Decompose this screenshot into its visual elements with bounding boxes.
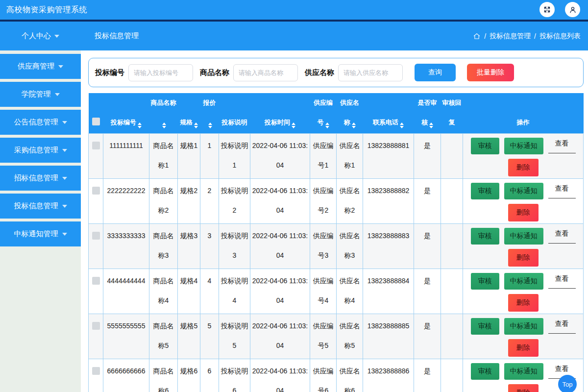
win-notice-button[interactable]: 中标通知 [504, 363, 543, 380]
cell-phone: 13823888886 [363, 359, 414, 392]
delete-button[interactable]: 删除 [508, 384, 539, 392]
view-link[interactable]: 查看 [548, 274, 576, 289]
column-header: 投标说明 [219, 93, 250, 134]
supplier-name-input[interactable] [338, 64, 403, 81]
delete-button[interactable]: 删除 [508, 249, 539, 267]
breadcrumb-item[interactable]: 投标信息管理 [490, 32, 531, 41]
cell-supplier-no: 供应编号3 [310, 224, 337, 269]
delete-button[interactable]: 删除 [508, 204, 539, 221]
column-header[interactable]: 供应名称 [337, 93, 363, 134]
breadcrumb-item[interactable]: 投标信息列表 [539, 32, 581, 41]
row-checkbox[interactable] [92, 322, 100, 330]
cell-supplier-no: 供应编号6 [310, 359, 337, 392]
sidebar-item[interactable]: 中标通知管理 [0, 221, 81, 246]
column-header[interactable]: 商品名称 [149, 93, 178, 134]
sort-icon[interactable] [400, 122, 404, 128]
column-header[interactable]: 供应编号 [310, 93, 337, 134]
cell-audited: 是 [414, 359, 441, 392]
column-header[interactable]: 投标时间 [250, 93, 310, 134]
view-link[interactable]: 查看 [548, 184, 576, 198]
view-link[interactable]: 查看 [548, 229, 576, 244]
cell-time: 2022-04-06 11:03:04 [250, 224, 310, 269]
sort-icon[interactable] [138, 122, 142, 128]
sort-icon[interactable] [162, 122, 166, 128]
audit-button[interactable]: 审核 [471, 138, 499, 154]
cell-bid-no: 3333333333 [103, 224, 149, 269]
sidebar-item[interactable]: 招标信息管理 [0, 166, 81, 191]
delete-button[interactable]: 删除 [508, 339, 539, 357]
select-all-checkbox[interactable] [92, 118, 100, 125]
user-center-menu[interactable]: 个人中心 [0, 31, 81, 41]
sort-icon[interactable] [429, 122, 433, 128]
topbar: 高校物资采购管理系统 [0, 0, 588, 22]
audit-button[interactable]: 审核 [471, 183, 499, 199]
win-notice-button[interactable]: 中标通知 [504, 228, 543, 245]
user-avatar-button[interactable] [565, 2, 580, 17]
cell-bid-no: 2222222222 [103, 179, 149, 224]
cell-spec: 规格2 [178, 179, 200, 224]
search-button[interactable]: 查询 [415, 64, 456, 81]
filter-supplier-name: 供应名称 [305, 64, 403, 81]
cell-product: 商品名称5 [149, 314, 178, 359]
back-to-top-button[interactable]: Top [558, 375, 577, 392]
delete-button[interactable]: 删除 [508, 159, 539, 176]
product-name-input[interactable] [233, 64, 298, 81]
cell-supplier-no: 供应编号2 [310, 179, 337, 224]
sidebar-item[interactable]: 供应商管理 [0, 54, 81, 79]
win-notice-button[interactable]: 中标通知 [504, 318, 543, 335]
cell-supplier-no: 供应编号4 [310, 269, 337, 314]
actions-group: 审核中标通知查看删除 [464, 271, 582, 312]
audit-button[interactable]: 审核 [471, 363, 499, 380]
bid-no-input[interactable] [128, 64, 193, 81]
actions-cell: 审核中标通知查看删除 [463, 179, 584, 224]
home-icon[interactable] [473, 32, 481, 40]
sort-icon[interactable] [194, 122, 198, 128]
view-link[interactable]: 查看 [548, 319, 576, 334]
column-header-label: 联系电话 [373, 119, 398, 126]
column-header[interactable]: 联系电话 [363, 93, 414, 134]
chevron-down-icon [62, 233, 67, 236]
cell-spec: 规格6 [178, 359, 200, 392]
cell-desc: 投标说明1 [219, 134, 250, 179]
row-checkbox[interactable] [92, 277, 100, 285]
chevron-down-icon [54, 35, 59, 38]
sidebar-item[interactable]: 公告信息管理 [0, 110, 81, 135]
win-notice-button[interactable]: 中标通知 [504, 138, 543, 154]
cell-price: 3 [200, 224, 219, 269]
win-notice-button[interactable]: 中标通知 [504, 183, 543, 199]
sidebar-item[interactable]: 采购信息管理 [0, 138, 81, 163]
cell-desc: 投标说明5 [219, 314, 250, 359]
batch-delete-button[interactable]: 批量删除 [467, 64, 514, 81]
actions-group: 审核中标通知查看删除 [464, 226, 582, 267]
audit-button[interactable]: 审核 [471, 318, 499, 335]
chevron-down-icon [62, 121, 67, 124]
audit-button[interactable]: 审核 [471, 273, 499, 290]
sidebar-item[interactable]: 学院管理 [0, 82, 81, 107]
sort-icon[interactable] [208, 122, 212, 128]
delete-button[interactable]: 删除 [508, 294, 539, 312]
sort-icon[interactable] [352, 122, 356, 128]
column-header[interactable]: 规格 [178, 93, 200, 134]
filter-product-name: 商品名称 [200, 64, 298, 81]
cell-audited: 是 [414, 224, 441, 269]
row-checkbox[interactable] [92, 367, 100, 375]
column-header[interactable]: 投标编号 [103, 93, 149, 134]
cell-supplier-name: 供应名称3 [337, 224, 363, 269]
fullscreen-button[interactable] [539, 2, 555, 17]
sort-icon[interactable] [325, 122, 329, 128]
sidebar-item[interactable]: 投标信息管理 [0, 194, 81, 219]
cell-phone: 13823888884 [363, 269, 414, 314]
column-header[interactable]: 报价 [200, 93, 219, 134]
view-link[interactable]: 查看 [548, 139, 576, 153]
actions-group: 审核中标通知查看删除 [464, 136, 582, 176]
row-checkbox[interactable] [92, 142, 100, 149]
sort-icon[interactable] [292, 122, 295, 128]
cell-reply [441, 269, 463, 314]
column-header[interactable]: 是否审核 [414, 93, 441, 134]
bid-info-table: 投标编号商品名称规格报价投标说明投标时间供应编号供应名称联系电话是否审核审核回复… [88, 93, 584, 392]
win-notice-button[interactable]: 中标通知 [504, 273, 543, 290]
cell-supplier-no: 供应编号5 [310, 314, 337, 359]
audit-button[interactable]: 审核 [471, 228, 499, 245]
row-checkbox[interactable] [92, 187, 100, 195]
row-checkbox[interactable] [92, 232, 100, 240]
